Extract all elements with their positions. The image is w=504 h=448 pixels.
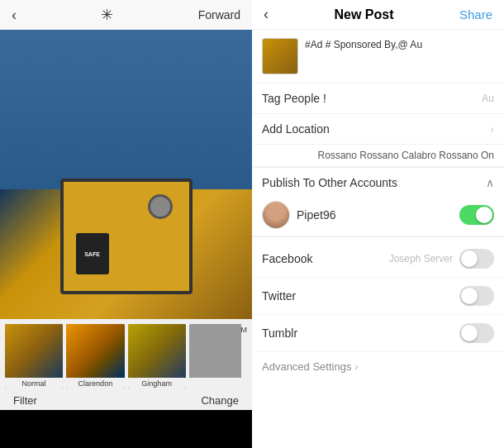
account-name: Pipet96 (297, 208, 453, 222)
filter-gingham-thumb (128, 324, 186, 378)
right-top-bar: ‹ New Post Share (252, 0, 504, 30)
safe-brand-label: SAFE (76, 233, 109, 274)
facebook-account: Joseph Server (389, 253, 453, 265)
page-title: New Post (334, 7, 393, 22)
post-thumbnail (262, 38, 298, 74)
left-top-bar: ‹ ✳ Forward (0, 0, 252, 30)
facebook-right: Joseph Server (389, 249, 494, 269)
post-caption[interactable]: #Ad # Sponsored By,@ Au (305, 38, 494, 52)
post-preview: #Ad # Sponsored By,@ Au (252, 30, 504, 83)
photo-background: SAFE (0, 30, 252, 319)
caption-text: #Ad # Sponsored By,@ Au (305, 39, 422, 50)
filter-thumbnails: Normal Clarendon Gingham M (0, 319, 252, 391)
filter-bar: Normal Clarendon Gingham M Filter Change (0, 319, 252, 410)
location-suggestion: Rossano Rossano Calabro Rossano On (252, 145, 504, 167)
collapse-icon: ∧ (486, 176, 494, 189)
filter-gingham[interactable]: Gingham (128, 324, 186, 389)
publish-section-title: Publish To Other Accounts (262, 176, 397, 189)
twitter-right (459, 286, 494, 306)
right-panel: ‹ New Post Share #Ad # Sponsored By,@ Au… (252, 0, 504, 448)
advanced-settings-chevron-icon: › (354, 361, 358, 373)
social-section: Facebook Joseph Server Twitter Tumblr (252, 236, 504, 352)
facebook-label: Facebook (262, 252, 312, 265)
twitter-toggle[interactable] (459, 286, 494, 306)
share-button[interactable]: Share (459, 7, 492, 21)
tag-people-label: Tag People ! (262, 92, 326, 105)
add-location-row[interactable]: Add Location › (252, 114, 504, 145)
tumblr-toggle-knob (461, 325, 478, 341)
filter-clarendon-label: Clarendon (66, 378, 124, 389)
toggle-knob (476, 207, 492, 223)
tumblr-toggle[interactable] (459, 323, 494, 343)
filter-normal[interactable]: Normal (5, 324, 63, 389)
tumblr-label: Tumblr (262, 326, 297, 340)
twitter-toggle-knob (461, 288, 478, 304)
filter-clarendon[interactable]: Clarendon (66, 324, 124, 389)
add-location-label: Add Location (262, 122, 330, 136)
advanced-settings-label: Advanced Settings (262, 360, 351, 373)
tumblr-row: Tumblr (252, 315, 504, 352)
blue-bg (0, 30, 252, 189)
filter-more[interactable]: M (189, 324, 247, 389)
tag-people-row[interactable]: Tag People ! Au (252, 83, 504, 114)
right-back-icon[interactable]: ‹ (264, 6, 269, 23)
safe-box: SAFE (60, 179, 193, 294)
publish-section-header[interactable]: Publish To Other Accounts ∧ (252, 167, 504, 194)
facebook-toggle[interactable] (459, 249, 494, 269)
twitter-row: Twitter (252, 278, 504, 315)
safe-lock (148, 194, 173, 219)
twitter-label: Twitter (262, 289, 296, 303)
change-label[interactable]: Change (201, 394, 239, 407)
account-avatar (262, 201, 290, 229)
main-image-area: SAFE (0, 30, 252, 319)
filter-more-thumb (189, 324, 241, 378)
filter-footer-label: Filter (13, 394, 37, 407)
back-icon[interactable]: ‹ (12, 7, 17, 24)
tag-people-value: Au (482, 93, 494, 104)
left-panel: ‹ ✳ Forward SAFE Normal Clarendon (0, 0, 252, 448)
filter-normal-thumb (5, 324, 63, 378)
filter-normal-label: Normal (5, 378, 63, 389)
avatar-face (263, 202, 289, 228)
account-row: Pipet96 (252, 194, 504, 236)
filter-gingham-label: Gingham (128, 378, 186, 389)
filter-more-label: M (241, 324, 248, 336)
facebook-row: Facebook Joseph Server (252, 241, 504, 278)
filter-clarendon-thumb (66, 324, 124, 378)
facebook-toggle-knob (461, 250, 478, 267)
advanced-settings-row[interactable]: Advanced Settings › (252, 352, 504, 381)
brightness-icon[interactable]: ✳ (101, 6, 113, 24)
filter-footer: Filter Change (0, 391, 252, 413)
forward-label[interactable]: Forward (198, 8, 240, 21)
location-chevron-icon: › (490, 122, 494, 136)
account-toggle[interactable] (459, 205, 494, 225)
safe-brand-text: SAFE (84, 251, 100, 257)
tumblr-right (459, 323, 494, 343)
